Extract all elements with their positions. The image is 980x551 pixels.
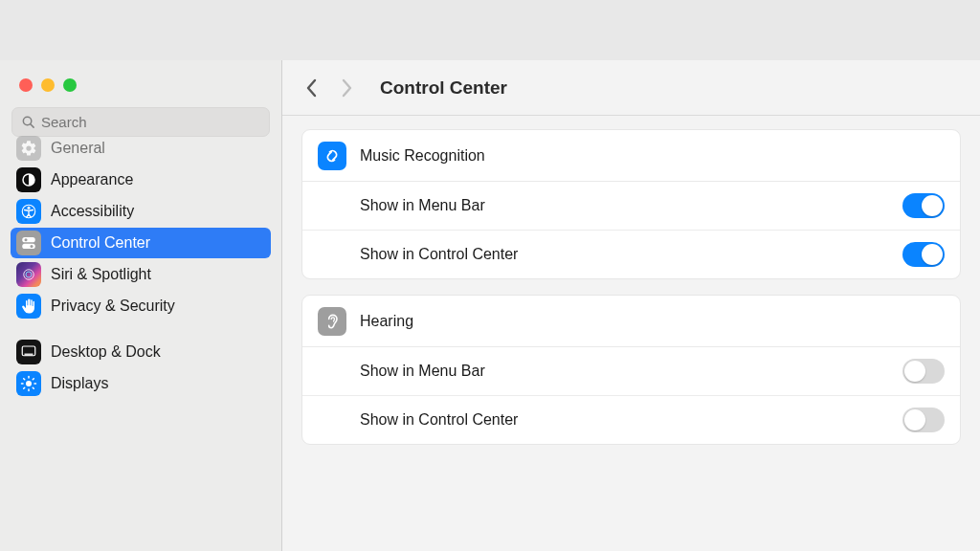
sidebar-item-general[interactable]: General <box>11 133 271 164</box>
toggle-knob <box>904 409 925 430</box>
section-hearing: Hearing Show in Menu Bar Show in Control… <box>301 295 961 445</box>
gear-icon <box>16 136 41 161</box>
desktop-icon <box>16 340 41 364</box>
setting-row-controlcenter: Show in Control Center <box>302 395 960 444</box>
window-controls <box>0 60 281 107</box>
toggle-knob <box>922 244 943 265</box>
close-window-button[interactable] <box>19 78 33 92</box>
control-center-icon <box>16 231 41 255</box>
setting-row-controlcenter: Show in Control Center <box>302 230 960 278</box>
svg-line-19 <box>33 387 33 388</box>
svg-line-1 <box>31 124 33 127</box>
svg-point-10 <box>26 272 32 277</box>
toggle-hearing-controlcenter[interactable] <box>902 408 945 432</box>
sidebar-item-label: Control Center <box>51 234 150 252</box>
main-header: Control Center <box>282 60 980 116</box>
forward-button[interactable] <box>340 78 353 98</box>
toggle-knob <box>922 195 943 216</box>
siri-icon <box>16 262 41 287</box>
nav-arrows <box>305 78 353 98</box>
setting-row-menubar: Show in Menu Bar <box>302 347 960 395</box>
toggle-music-menubar[interactable] <box>902 193 945 218</box>
sidebar-item-label: Desktop & Dock <box>51 343 161 361</box>
sidebar-item-desktop-dock[interactable]: Desktop & Dock <box>11 337 271 367</box>
search-input[interactable] <box>41 114 260 130</box>
ear-icon <box>318 307 346 336</box>
toggle-knob <box>904 361 925 382</box>
svg-point-8 <box>31 245 33 248</box>
appearance-icon <box>16 167 41 192</box>
svg-line-20 <box>24 387 25 388</box>
page-title: Control Center <box>380 77 507 99</box>
row-label: Show in Menu Bar <box>360 363 485 380</box>
shazam-icon <box>318 142 346 170</box>
svg-point-6 <box>25 238 28 241</box>
sidebar-item-label: Appearance <box>51 171 133 188</box>
sidebar: General Appearance Accessibility Control… <box>0 60 282 551</box>
sidebar-item-label: Accessibility <box>51 203 134 220</box>
sidebar-item-label: Privacy & Security <box>51 298 175 315</box>
svg-rect-5 <box>22 237 35 242</box>
toggle-music-controlcenter[interactable] <box>902 242 945 267</box>
main-panel: Control Center Music Recognition Show in… <box>282 60 980 551</box>
sidebar-item-label: Siri & Spotlight <box>51 266 151 283</box>
minimize-window-button[interactable] <box>41 78 55 92</box>
content-area: Music Recognition Show in Menu Bar Show … <box>282 116 980 458</box>
sidebar-item-control-center[interactable]: Control Center <box>11 228 271 258</box>
maximize-window-button[interactable] <box>63 78 77 92</box>
toggle-hearing-menubar[interactable] <box>902 359 945 384</box>
svg-rect-12 <box>25 354 33 356</box>
sidebar-item-privacy-security[interactable]: Privacy & Security <box>11 291 271 321</box>
section-title: Hearing <box>360 313 413 330</box>
svg-point-4 <box>28 207 31 209</box>
accessibility-icon <box>16 199 41 224</box>
section-header: Music Recognition <box>302 130 960 182</box>
svg-line-18 <box>24 379 25 380</box>
section-title: Music Recognition <box>360 147 485 165</box>
sidebar-item-siri-spotlight[interactable]: Siri & Spotlight <box>11 259 271 290</box>
row-label: Show in Menu Bar <box>360 197 485 214</box>
sidebar-item-displays[interactable]: Displays <box>11 368 271 399</box>
setting-row-menubar: Show in Menu Bar <box>302 182 960 230</box>
sidebar-nav: General Appearance Accessibility Control… <box>0 146 281 399</box>
svg-line-21 <box>33 379 33 380</box>
row-label: Show in Control Center <box>360 246 518 263</box>
section-music-recognition: Music Recognition Show in Menu Bar Show … <box>301 129 961 279</box>
sidebar-item-accessibility[interactable]: Accessibility <box>11 196 271 227</box>
section-header: Hearing <box>302 296 960 347</box>
sidebar-item-label: Displays <box>51 375 108 392</box>
back-button[interactable] <box>305 78 319 98</box>
svg-rect-7 <box>22 244 35 249</box>
svg-point-13 <box>26 381 32 386</box>
search-icon <box>21 115 35 129</box>
brightness-icon <box>16 371 41 396</box>
sidebar-item-appearance[interactable]: Appearance <box>11 165 271 195</box>
row-label: Show in Control Center <box>360 411 518 429</box>
svg-point-9 <box>24 270 34 280</box>
sidebar-item-label: General <box>51 140 105 157</box>
settings-window: General Appearance Accessibility Control… <box>0 60 980 551</box>
hand-icon <box>16 294 41 319</box>
